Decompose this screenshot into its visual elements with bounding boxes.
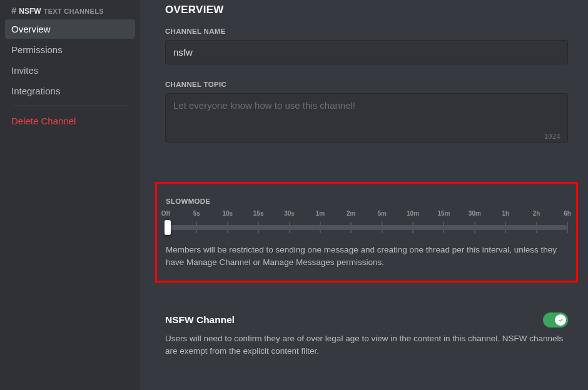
channel-topic-wrapper: 1024 <box>165 93 568 146</box>
slider-tick-label: 5s <box>189 210 204 217</box>
sidebar-channel-name: NSFW <box>19 7 41 16</box>
slider-tick-label: 6h <box>560 210 575 217</box>
slider-tick <box>505 222 506 233</box>
slider-tick-label: 15m <box>436 210 451 217</box>
char-counter: 1024 <box>544 132 561 141</box>
toggle-knob <box>555 314 566 326</box>
sidebar-item-overview[interactable]: Overview <box>5 19 135 39</box>
slowmode-label: SLOWMODE <box>166 198 567 205</box>
channel-name-label: CHANNEL NAME <box>165 28 568 35</box>
slider-tick <box>227 222 228 233</box>
slider-tick <box>382 222 383 233</box>
slowmode-highlight: SLOWMODE Off5s10s15s30s1m2m5m10m15m30m1h… <box>155 182 578 282</box>
sidebar-separator <box>11 106 129 106</box>
slider-tick-label: 30s <box>282 210 297 217</box>
page-title: OVERVIEW <box>165 0 568 28</box>
slider-tick <box>320 222 321 233</box>
slider-tick-label: 15s <box>251 210 266 217</box>
nsfw-description: Users will need to confirm they are of o… <box>165 332 568 357</box>
sidebar-header: # NSFW TEXT CHANNELS <box>5 0 135 19</box>
delete-channel-button[interactable]: Delete Channel <box>5 111 135 131</box>
nsfw-toggle[interactable] <box>543 312 568 328</box>
slider-tick <box>567 222 568 233</box>
settings-sidebar: # NSFW TEXT CHANNELS Overview Permission… <box>0 0 140 390</box>
slider-track[interactable] <box>166 225 567 230</box>
slider-tick <box>350 222 352 233</box>
slowmode-description: Members will be restricted to sending on… <box>166 244 567 268</box>
slider-tick-label: 1m <box>313 210 328 217</box>
slider-tick <box>289 222 290 233</box>
slider-tick-label: Off <box>158 210 173 217</box>
slider-tick-label: 10m <box>405 210 420 217</box>
slider-tick <box>536 222 537 233</box>
sidebar-item-invites[interactable]: Invites <box>5 61 135 80</box>
channel-name-input[interactable] <box>165 40 568 64</box>
sidebar-item-integrations[interactable]: Integrations <box>5 81 135 101</box>
nsfw-toggle-row: NSFW Channel <box>165 312 568 328</box>
nsfw-title: NSFW Channel <box>165 314 235 326</box>
slider-handle[interactable] <box>165 220 171 235</box>
slider-tick <box>443 222 444 233</box>
channel-topic-input[interactable] <box>165 93 568 143</box>
hash-icon: # <box>11 5 16 16</box>
slider-tick-label: 1h <box>498 210 513 217</box>
slider-tick-label: 2h <box>529 210 544 217</box>
sidebar-subheader: TEXT CHANNELS <box>44 8 104 15</box>
slider-tick <box>258 222 259 233</box>
slider-tick <box>196 222 197 233</box>
slider-tick-label: 5m <box>375 210 390 217</box>
slider-tick <box>474 222 475 233</box>
slider-tick-label: 10s <box>220 210 235 217</box>
channel-topic-label: CHANNEL TOPIC <box>165 81 568 88</box>
slider-tick-label: 2m <box>343 210 358 217</box>
slowmode-slider[interactable]: Off5s10s15s30s1m2m5m10m15m30m1h2h6h <box>166 210 567 230</box>
sidebar-item-permissions[interactable]: Permissions <box>5 40 135 59</box>
slider-tick <box>412 222 413 233</box>
check-icon <box>557 317 564 324</box>
settings-content: OVERVIEW CHANNEL NAME CHANNEL TOPIC 1024… <box>140 0 588 390</box>
slider-tick-label: 30m <box>467 210 482 217</box>
